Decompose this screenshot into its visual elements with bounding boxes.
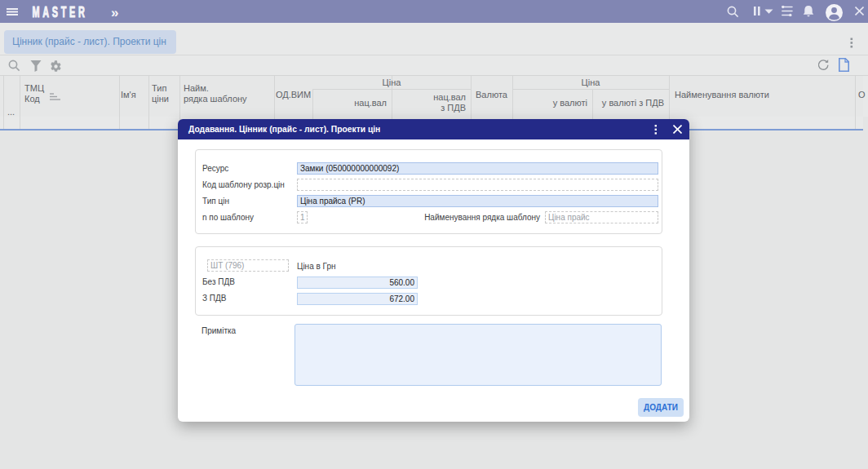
svg-text:MASTER: MASTER <box>33 4 88 20</box>
svg-text:»: » <box>111 5 118 20</box>
